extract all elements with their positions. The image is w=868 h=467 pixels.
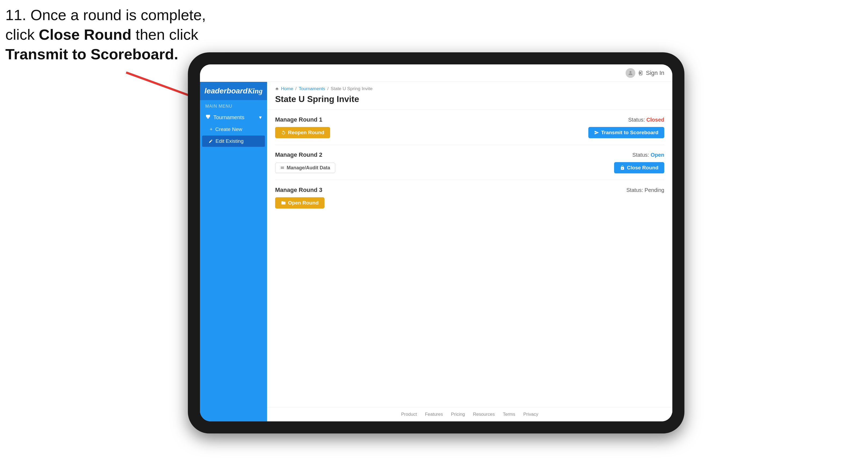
signin-arrow-icon	[638, 70, 643, 76]
home-icon	[275, 87, 279, 91]
breadcrumb-sep1: /	[295, 86, 297, 92]
edit-icon	[209, 139, 213, 143]
round-3-section: Manage Round 3 Status: Pending Open Roun…	[275, 187, 664, 215]
page-title: State U Spring Invite	[275, 94, 664, 104]
round-2-section: Manage Round 2 Status: Open Manage/Audit…	[275, 151, 664, 180]
tablet-screen: Sign In leaderboardKing MAIN MENU	[200, 64, 672, 422]
round-2-title: Manage Round 2	[275, 151, 322, 158]
avatar	[626, 68, 635, 78]
breadcrumb-home[interactable]: Home	[281, 86, 293, 92]
round-3-status: Status: Pending	[626, 187, 664, 193]
instruction-text: 11. Once a round is complete, click Clos…	[5, 5, 206, 64]
sidebar-logo: leaderboardKing	[200, 82, 267, 100]
round-1-title: Manage Round 1	[275, 116, 322, 123]
sidebar-item-tournaments[interactable]: Tournaments ▾	[200, 111, 267, 124]
reopen-icon	[281, 130, 286, 135]
round-2-header: Manage Round 2 Status: Open	[275, 151, 664, 158]
breadcrumb: Home / Tournaments / State U Spring Invi…	[275, 86, 664, 92]
round-1-status-value: Closed	[646, 117, 664, 123]
sign-in-area[interactable]: Sign In	[626, 68, 664, 78]
sidebar: leaderboardKing MAIN MENU Tournaments ▾ …	[200, 82, 267, 422]
app-topbar: Sign In	[200, 64, 672, 82]
logo-text: leaderboardKing	[205, 87, 262, 95]
create-new-label: Create New	[215, 126, 242, 132]
reopen-round-button[interactable]: Reopen Round	[275, 127, 330, 138]
manage-audit-button[interactable]: Manage/Audit Data	[275, 163, 335, 173]
content-body: Manage Round 1 Status: Closed Reopen Rou…	[267, 110, 672, 407]
round-1-actions: Reopen Round Transmit to Scoreboard	[275, 127, 664, 138]
content-header: Home / Tournaments / State U Spring Invi…	[267, 82, 672, 110]
main-content: Home / Tournaments / State U Spring Invi…	[267, 82, 672, 422]
round-3-actions: Open Round	[275, 197, 664, 209]
plus-icon: +	[210, 126, 213, 132]
trophy-icon	[205, 115, 211, 120]
main-menu-label: MAIN MENU	[200, 100, 267, 111]
sidebar-sub-item-edit[interactable]: Edit Existing	[202, 135, 265, 147]
sidebar-sub-item-create[interactable]: + Create New	[200, 124, 267, 135]
footer: Product Features Pricing Resources Terms…	[267, 407, 672, 422]
round-3-title: Manage Round 3	[275, 187, 322, 193]
open-round-button[interactable]: Open Round	[275, 197, 324, 209]
app-layout: leaderboardKing MAIN MENU Tournaments ▾ …	[200, 82, 672, 422]
footer-pricing[interactable]: Pricing	[451, 412, 465, 417]
transmit-scoreboard-button[interactable]: Transmit to Scoreboard	[588, 127, 664, 138]
footer-terms[interactable]: Terms	[503, 412, 515, 417]
footer-resources[interactable]: Resources	[473, 412, 495, 417]
open-folder-icon	[281, 200, 286, 205]
round-3-header: Manage Round 3 Status: Pending	[275, 187, 664, 193]
breadcrumb-tournaments[interactable]: Tournaments	[299, 86, 325, 92]
round-3-status-value: Pending	[645, 187, 664, 193]
footer-privacy[interactable]: Privacy	[523, 412, 538, 417]
transmit-icon	[594, 130, 599, 135]
tablet-device: Sign In leaderboardKing MAIN MENU	[188, 52, 684, 433]
round-1-section: Manage Round 1 Status: Closed Reopen Rou…	[275, 116, 664, 145]
lock-icon	[620, 165, 625, 170]
tournaments-nav-label: Tournaments	[213, 114, 245, 121]
round-1-status: Status: Closed	[628, 117, 664, 123]
sign-in-label[interactable]: Sign In	[646, 69, 664, 76]
round-2-actions: Manage/Audit Data Close Round	[275, 162, 664, 174]
edit-existing-label: Edit Existing	[216, 138, 244, 144]
round-2-status-value: Open	[651, 152, 664, 158]
close-round-button[interactable]: Close Round	[614, 162, 664, 174]
round-2-status: Status: Open	[632, 152, 664, 158]
audit-icon	[280, 165, 284, 170]
breadcrumb-current: State U Spring Invite	[331, 86, 373, 92]
breadcrumb-sep2: /	[327, 86, 329, 92]
footer-product[interactable]: Product	[401, 412, 417, 417]
svg-point-2	[629, 71, 631, 73]
chevron-down-icon: ▾	[259, 114, 262, 121]
round-1-header: Manage Round 1 Status: Closed	[275, 116, 664, 123]
footer-features[interactable]: Features	[425, 412, 443, 417]
